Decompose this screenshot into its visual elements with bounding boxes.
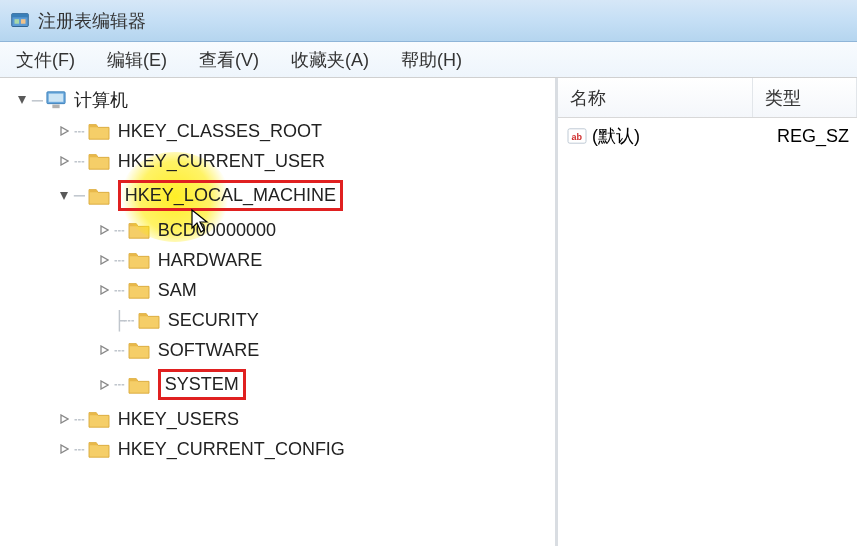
value-name: (默认): [592, 124, 777, 148]
tree-connector: ─: [74, 185, 86, 206]
regedit-icon: [8, 9, 32, 33]
column-header-name[interactable]: 名称: [558, 78, 753, 117]
svg-rect-3: [21, 19, 26, 24]
string-value-icon: ab: [566, 126, 588, 146]
tree-label: SAM: [158, 280, 197, 301]
folder-icon: [86, 408, 112, 430]
tree-node-hkcr[interactable]: ┄ HKEY_CLASSES_ROOT: [0, 116, 555, 146]
expander-icon[interactable]: [56, 188, 72, 204]
tree-label: HKEY_CURRENT_CONFIG: [118, 439, 345, 460]
tree-connector: ─: [32, 90, 44, 111]
tree-label: HKEY_LOCAL_MACHINE: [118, 180, 343, 211]
tree-pane[interactable]: ─ 计算机 ┄: [0, 78, 558, 546]
menu-edit[interactable]: 编辑(E): [101, 44, 173, 76]
tree-node-hklm[interactable]: ─ HKEY_LOCAL_MACHINE: [0, 176, 555, 215]
tree-label: HKEY_CURRENT_USER: [118, 151, 325, 172]
tree-connector: ┄: [74, 439, 86, 460]
expander-icon[interactable]: [96, 342, 112, 358]
folder-icon: [126, 219, 152, 241]
svg-rect-5: [49, 94, 64, 102]
tree-connector: ┄: [114, 280, 126, 301]
expander-icon[interactable]: [56, 153, 72, 169]
tree-node-computer[interactable]: ─ 计算机: [0, 84, 555, 116]
expander-icon[interactable]: [56, 441, 72, 457]
expander-icon[interactable]: [96, 222, 112, 238]
expander-icon[interactable]: [96, 282, 112, 298]
titlebar: 注册表编辑器: [0, 0, 857, 42]
menu-help[interactable]: 帮助(H): [395, 44, 468, 76]
tree-connector: ┄: [74, 151, 86, 172]
expander-icon[interactable]: [56, 123, 72, 139]
tree-label: SECURITY: [168, 310, 259, 331]
svg-rect-6: [52, 105, 59, 109]
tree-node-hkcu[interactable]: ┄ HKEY_CURRENT_USER: [0, 146, 555, 176]
folder-icon: [86, 120, 112, 142]
tree-label: SYSTEM: [158, 369, 246, 400]
tree-node-bcd[interactable]: ┄ BCD00000000: [0, 215, 555, 245]
folder-icon: [136, 309, 162, 331]
computer-icon: [44, 89, 68, 111]
tree-node-system[interactable]: ┄ SYSTEM: [0, 365, 555, 404]
list-row[interactable]: ab (默认) REG_SZ: [558, 118, 857, 154]
tree-node-hku[interactable]: ┄ HKEY_USERS: [0, 404, 555, 434]
folder-icon: [126, 374, 152, 396]
tree-node-security[interactable]: ├┄ SECURITY: [0, 305, 555, 335]
tree-node-software[interactable]: ┄ SOFTWARE: [0, 335, 555, 365]
folder-icon: [126, 249, 152, 271]
tree-connector: ┄: [114, 374, 126, 395]
svg-rect-1: [12, 13, 29, 17]
list-header: 名称 类型: [558, 78, 857, 118]
tree-node-hkcc[interactable]: ┄ HKEY_CURRENT_CONFIG: [0, 434, 555, 464]
menubar: 文件(F) 编辑(E) 查看(V) 收藏夹(A) 帮助(H): [0, 42, 857, 78]
folder-icon: [126, 339, 152, 361]
tree-label: SOFTWARE: [158, 340, 259, 361]
menu-view[interactable]: 查看(V): [193, 44, 265, 76]
tree-connector: ├┄: [114, 310, 136, 331]
tree-node-hardware[interactable]: ┄ HARDWARE: [0, 245, 555, 275]
expander-icon[interactable]: [96, 252, 112, 268]
folder-icon: [86, 438, 112, 460]
folder-icon: [126, 279, 152, 301]
tree-node-sam[interactable]: ┄ SAM: [0, 275, 555, 305]
tree-connector: ┄: [114, 220, 126, 241]
svg-text:ab: ab: [572, 132, 583, 142]
tree-connector: ┄: [114, 340, 126, 361]
expander-icon[interactable]: [14, 92, 30, 108]
menu-file[interactable]: 文件(F): [10, 44, 81, 76]
tree-label: HKEY_CLASSES_ROOT: [118, 121, 322, 142]
tree-label: HARDWARE: [158, 250, 262, 271]
expander-icon[interactable]: [96, 377, 112, 393]
expander-icon[interactable]: [56, 411, 72, 427]
folder-icon: [86, 185, 112, 207]
folder-icon: [86, 150, 112, 172]
menu-favorites[interactable]: 收藏夹(A): [285, 44, 375, 76]
list-pane[interactable]: 名称 类型 ab (默认) REG_SZ: [558, 78, 857, 546]
titlebar-text: 注册表编辑器: [38, 9, 146, 33]
value-type: REG_SZ: [777, 126, 849, 147]
tree-label: 计算机: [74, 88, 128, 112]
tree-label: BCD00000000: [158, 220, 276, 241]
tree-connector: ┄: [114, 250, 126, 271]
column-header-type[interactable]: 类型: [753, 78, 857, 117]
svg-rect-2: [15, 19, 20, 24]
tree-connector: ┄: [74, 409, 86, 430]
tree-connector: ┄: [74, 121, 86, 142]
tree-label: HKEY_USERS: [118, 409, 239, 430]
